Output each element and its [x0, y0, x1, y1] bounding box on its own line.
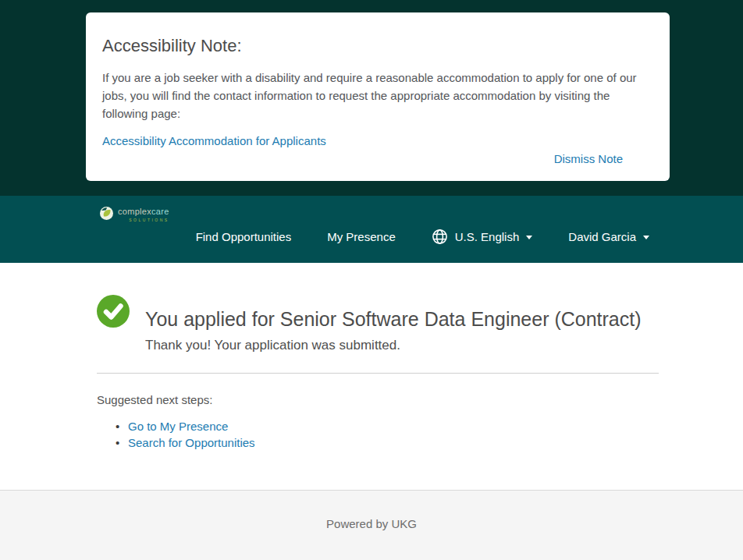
brand-text: complexcare SOLUTIONS: [118, 207, 169, 222]
check-circle-icon: [97, 295, 130, 353]
note-body: If you are a job seeker with a disabilit…: [102, 69, 649, 122]
nav-my-presence[interactable]: My Presence: [327, 230, 396, 243]
user-name-label: David Garcia: [568, 230, 636, 243]
search-for-opportunities-link[interactable]: Search for Opportunities: [128, 436, 255, 449]
nav-find-opportunities[interactable]: Find Opportunities: [196, 230, 292, 243]
next-steps-section: Suggested next steps: Go to My Presence …: [97, 393, 659, 451]
language-menu[interactable]: U.S. English: [432, 229, 533, 245]
nav-links: Find Opportunities My Presence U.S. Engl…: [196, 229, 649, 245]
user-menu[interactable]: David Garcia: [568, 230, 649, 243]
brand-name-prefix: complex: [118, 207, 151, 216]
go-to-my-presence-link[interactable]: Go to My Presence: [128, 420, 228, 433]
brand-logo[interactable]: complexcare SOLUTIONS: [100, 207, 169, 223]
accessibility-note-card: Accessibility Note: If you are a job see…: [86, 12, 670, 181]
confirmation-title: You applied for Senior Software Data Eng…: [145, 308, 642, 330]
top-banner: Accessibility Note: If you are a job see…: [0, 0, 743, 196]
language-label: U.S. English: [455, 230, 520, 243]
accommodation-link[interactable]: Accessibility Accommodation for Applican…: [102, 134, 326, 147]
chevron-down-icon: [526, 236, 532, 239]
brand-tagline: SOLUTIONS: [129, 218, 169, 222]
powered-by-text: Powered by UKG: [326, 517, 417, 530]
confirmation-text: You applied for Senior Software Data Eng…: [145, 308, 642, 353]
brand-name-suffix: care: [151, 207, 169, 216]
divider: [97, 373, 659, 374]
list-item: Search for Opportunities: [128, 434, 659, 451]
page: Accessibility Note: If you are a job see…: [0, 0, 743, 560]
main-content: You applied for Senior Software Data Eng…: [0, 263, 743, 490]
next-steps-list: Go to My Presence Search for Opportuniti…: [97, 418, 659, 451]
next-steps-heading: Suggested next steps:: [97, 393, 659, 406]
dismiss-note-link[interactable]: Dismiss Note: [554, 152, 623, 165]
globe-icon: [432, 229, 448, 245]
list-item: Go to My Presence: [128, 418, 659, 434]
chevron-down-icon: [643, 236, 649, 239]
confirmation-subtitle: Thank you! Your application was submitte…: [145, 338, 642, 353]
confirmation-banner: You applied for Senior Software Data Eng…: [97, 295, 659, 353]
note-title: Accessibility Note:: [102, 36, 649, 56]
main-nav: complexcare SOLUTIONS Find Opportunities…: [0, 196, 743, 263]
brand-logo-icon: [100, 207, 113, 223]
footer: Powered by UKG: [0, 490, 743, 560]
